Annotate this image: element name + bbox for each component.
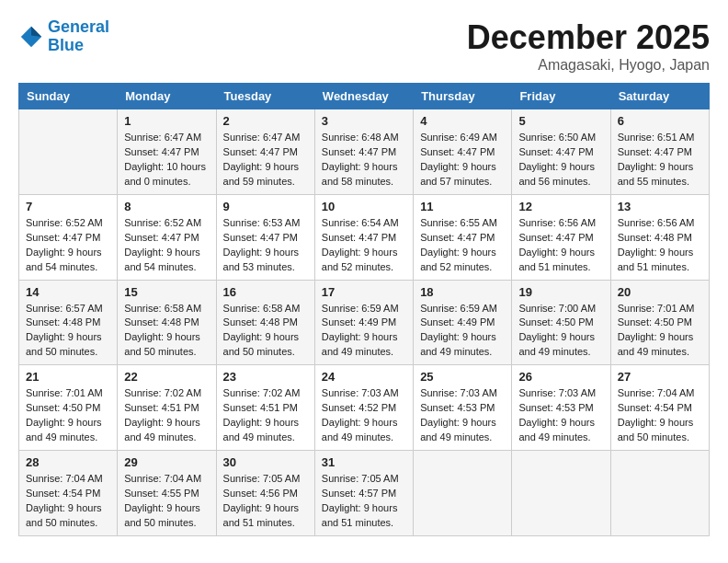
calendar-cell: 17Sunrise: 6:59 AM Sunset: 4:49 PM Dayli… <box>314 280 413 365</box>
calendar-cell: 22Sunrise: 7:02 AM Sunset: 4:51 PM Dayli… <box>118 365 216 451</box>
calendar-cell: 18Sunrise: 6:59 AM Sunset: 4:49 PM Dayli… <box>414 280 512 365</box>
cell-content: Sunrise: 7:03 AM Sunset: 4:53 PM Dayligh… <box>420 386 505 445</box>
cell-content: Sunrise: 7:04 AM Sunset: 4:54 PM Dayligh… <box>26 472 110 531</box>
cell-content: Sunrise: 7:03 AM Sunset: 4:53 PM Dayligh… <box>518 386 603 445</box>
day-number: 18 <box>420 285 505 299</box>
cell-content: Sunrise: 6:54 AM Sunset: 4:47 PM Dayligh… <box>322 216 406 275</box>
header-row: SundayMondayTuesdayWednesdayThursdayFrid… <box>19 84 710 109</box>
cell-content: Sunrise: 6:59 AM Sunset: 4:49 PM Dayligh… <box>420 302 505 361</box>
calendar-cell: 7Sunrise: 6:52 AM Sunset: 4:47 PM Daylig… <box>19 194 118 280</box>
cell-content: Sunrise: 7:02 AM Sunset: 4:51 PM Dayligh… <box>223 386 308 445</box>
day-number: 22 <box>124 370 209 384</box>
calendar-cell: 19Sunrise: 7:00 AM Sunset: 4:50 PM Dayli… <box>512 280 610 365</box>
header-sunday: Sunday <box>19 84 118 109</box>
day-number: 3 <box>322 114 406 128</box>
cell-content: Sunrise: 7:01 AM Sunset: 4:50 PM Dayligh… <box>26 386 110 445</box>
calendar-cell: 10Sunrise: 6:54 AM Sunset: 4:47 PM Dayli… <box>314 194 413 280</box>
cell-content: Sunrise: 6:58 AM Sunset: 4:48 PM Dayligh… <box>223 302 308 361</box>
cell-content: Sunrise: 6:57 AM Sunset: 4:48 PM Dayligh… <box>26 302 110 361</box>
day-number: 29 <box>124 455 209 469</box>
calendar-cell: 1Sunrise: 6:47 AM Sunset: 4:47 PM Daylig… <box>118 109 216 195</box>
header-friday: Friday <box>512 84 610 109</box>
day-number: 8 <box>124 200 209 213</box>
day-number: 17 <box>322 285 406 299</box>
cell-content: Sunrise: 6:52 AM Sunset: 4:47 PM Dayligh… <box>124 216 209 275</box>
svg-marker-1 <box>31 27 41 37</box>
logo-line1: General <box>48 17 109 36</box>
calendar-cell: 6Sunrise: 6:51 AM Sunset: 4:47 PM Daylig… <box>610 109 709 195</box>
calendar-cell: 24Sunrise: 7:03 AM Sunset: 4:52 PM Dayli… <box>314 365 413 451</box>
cell-content: Sunrise: 6:58 AM Sunset: 4:48 PM Dayligh… <box>124 302 209 361</box>
calendar-cell: 26Sunrise: 7:03 AM Sunset: 4:53 PM Dayli… <box>512 365 610 451</box>
day-number: 4 <box>420 114 505 128</box>
day-number: 12 <box>518 200 603 213</box>
calendar-cell: 13Sunrise: 6:56 AM Sunset: 4:48 PM Dayli… <box>610 194 709 280</box>
day-number: 20 <box>618 285 702 299</box>
cell-content: Sunrise: 7:00 AM Sunset: 4:50 PM Dayligh… <box>518 302 603 361</box>
calendar-cell: 29Sunrise: 7:04 AM Sunset: 4:55 PM Dayli… <box>118 451 216 536</box>
cell-content: Sunrise: 6:59 AM Sunset: 4:49 PM Dayligh… <box>322 302 406 361</box>
cell-content: Sunrise: 7:04 AM Sunset: 4:55 PM Dayligh… <box>124 472 209 531</box>
calendar-cell: 14Sunrise: 6:57 AM Sunset: 4:48 PM Dayli… <box>19 280 118 365</box>
calendar-cell: 12Sunrise: 6:56 AM Sunset: 4:47 PM Dayli… <box>512 194 610 280</box>
header-wednesday: Wednesday <box>314 84 413 109</box>
calendar-cell: 28Sunrise: 7:04 AM Sunset: 4:54 PM Dayli… <box>19 451 118 536</box>
calendar-cell: 15Sunrise: 6:58 AM Sunset: 4:48 PM Dayli… <box>118 280 216 365</box>
logo-icon <box>18 24 44 50</box>
day-number: 14 <box>26 285 110 299</box>
day-number: 13 <box>618 200 702 213</box>
day-number: 30 <box>223 455 308 469</box>
cell-content: Sunrise: 6:53 AM Sunset: 4:47 PM Dayligh… <box>223 216 308 275</box>
calendar-row: 1Sunrise: 6:47 AM Sunset: 4:47 PM Daylig… <box>19 109 710 195</box>
calendar-cell: 2Sunrise: 6:47 AM Sunset: 4:47 PM Daylig… <box>216 109 314 195</box>
calendar-cell: 31Sunrise: 7:05 AM Sunset: 4:57 PM Dayli… <box>314 451 413 536</box>
calendar-cell <box>19 109 118 195</box>
day-number: 1 <box>124 114 209 128</box>
day-number: 10 <box>322 200 406 213</box>
calendar-cell: 30Sunrise: 7:05 AM Sunset: 4:56 PM Dayli… <box>216 451 314 536</box>
calendar-cell: 25Sunrise: 7:03 AM Sunset: 4:53 PM Dayli… <box>414 365 512 451</box>
day-number: 11 <box>420 200 505 213</box>
calendar-row: 14Sunrise: 6:57 AM Sunset: 4:48 PM Dayli… <box>19 280 710 365</box>
day-number: 21 <box>26 370 110 384</box>
day-number: 19 <box>518 285 603 299</box>
calendar-cell: 3Sunrise: 6:48 AM Sunset: 4:47 PM Daylig… <box>314 109 413 195</box>
cell-content: Sunrise: 6:49 AM Sunset: 4:47 PM Dayligh… <box>420 131 505 190</box>
cell-content: Sunrise: 6:56 AM Sunset: 4:48 PM Dayligh… <box>618 216 702 275</box>
header-saturday: Saturday <box>610 84 709 109</box>
day-number: 25 <box>420 370 505 384</box>
title-block: December 2025 Amagasaki, Hyogo, Japan <box>467 18 710 74</box>
header-thursday: Thursday <box>414 84 512 109</box>
day-number: 7 <box>26 200 110 213</box>
calendar-cell <box>414 451 512 536</box>
day-number: 26 <box>518 370 603 384</box>
cell-content: Sunrise: 6:47 AM Sunset: 4:47 PM Dayligh… <box>124 131 209 190</box>
calendar-cell <box>610 451 709 536</box>
page-header: General Blue December 2025 Amagasaki, Hy… <box>18 18 710 74</box>
day-number: 6 <box>618 114 702 128</box>
calendar-row: 7Sunrise: 6:52 AM Sunset: 4:47 PM Daylig… <box>19 194 710 280</box>
cell-content: Sunrise: 7:05 AM Sunset: 4:56 PM Dayligh… <box>223 472 308 531</box>
location: Amagasaki, Hyogo, Japan <box>467 57 710 74</box>
day-number: 28 <box>26 455 110 469</box>
calendar-cell <box>512 451 610 536</box>
cell-content: Sunrise: 6:55 AM Sunset: 4:47 PM Dayligh… <box>420 216 505 275</box>
day-number: 23 <box>223 370 308 384</box>
day-number: 15 <box>124 285 209 299</box>
day-number: 2 <box>223 114 308 128</box>
calendar-row: 28Sunrise: 7:04 AM Sunset: 4:54 PM Dayli… <box>19 451 710 536</box>
cell-content: Sunrise: 7:03 AM Sunset: 4:52 PM Dayligh… <box>322 386 406 445</box>
day-number: 5 <box>518 114 603 128</box>
calendar-cell: 5Sunrise: 6:50 AM Sunset: 4:47 PM Daylig… <box>512 109 610 195</box>
cell-content: Sunrise: 6:47 AM Sunset: 4:47 PM Dayligh… <box>223 131 308 190</box>
month-title: December 2025 <box>467 18 710 57</box>
cell-content: Sunrise: 6:51 AM Sunset: 4:47 PM Dayligh… <box>618 131 702 190</box>
day-number: 24 <box>322 370 406 384</box>
calendar-cell: 8Sunrise: 6:52 AM Sunset: 4:47 PM Daylig… <box>118 194 216 280</box>
calendar-cell: 9Sunrise: 6:53 AM Sunset: 4:47 PM Daylig… <box>216 194 314 280</box>
calendar-cell: 27Sunrise: 7:04 AM Sunset: 4:54 PM Dayli… <box>610 365 709 451</box>
day-number: 16 <box>223 285 308 299</box>
cell-content: Sunrise: 6:50 AM Sunset: 4:47 PM Dayligh… <box>518 131 603 190</box>
calendar-cell: 4Sunrise: 6:49 AM Sunset: 4:47 PM Daylig… <box>414 109 512 195</box>
calendar-cell: 11Sunrise: 6:55 AM Sunset: 4:47 PM Dayli… <box>414 194 512 280</box>
